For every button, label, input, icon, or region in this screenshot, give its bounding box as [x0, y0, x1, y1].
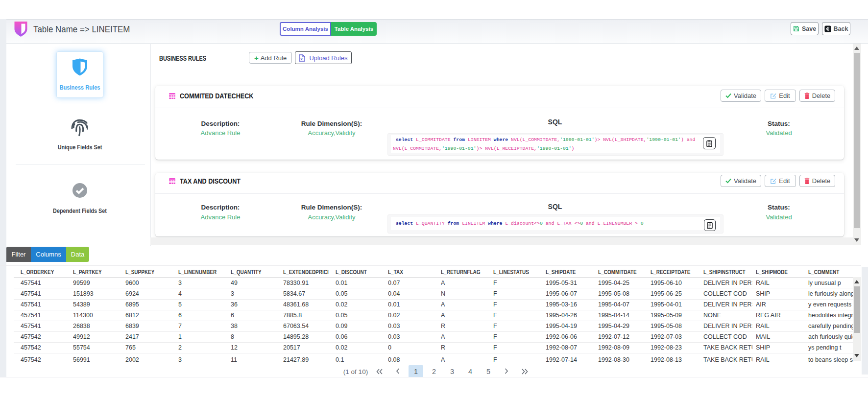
svg-text:x: x	[301, 56, 303, 61]
